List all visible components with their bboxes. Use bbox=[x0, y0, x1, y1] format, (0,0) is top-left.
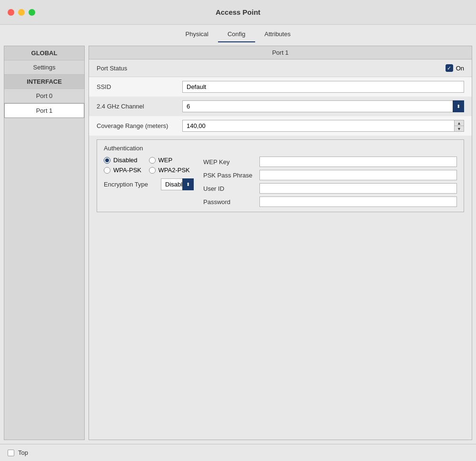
radio-wpa-psk[interactable]: WPA-PSK bbox=[104, 167, 149, 174]
radio-wpa2-psk[interactable]: WPA2-PSK bbox=[149, 167, 194, 174]
channel-label: 2.4 GHz Channel bbox=[97, 103, 182, 110]
password-label: Password bbox=[203, 198, 256, 206]
auth-inner: Disabled WEP WPA-PSK bbox=[104, 157, 457, 207]
channel-select-wrapper: 6 12345 7891011 ⬍ bbox=[182, 100, 464, 112]
minimize-button[interactable] bbox=[18, 9, 25, 16]
sidebar: GLOBAL Settings INTERFACE Port 0 Port 1 bbox=[4, 46, 85, 440]
port-panel: Port 1 Port Status ✓ On SSID 2.4 GHz Cha… bbox=[89, 46, 472, 440]
coverage-spin-down[interactable]: ▼ bbox=[455, 126, 464, 131]
password-input[interactable] bbox=[259, 196, 457, 207]
tab-physical[interactable]: Physical bbox=[176, 28, 218, 42]
right-panel: Port 1 Port Status ✓ On SSID 2.4 GHz Cha… bbox=[89, 46, 472, 440]
radio-wep[interactable]: WEP bbox=[149, 157, 194, 164]
user-id-row: User ID bbox=[203, 183, 457, 194]
radio-wpa2-psk-label: WPA2-PSK bbox=[159, 167, 190, 174]
tab-attributes[interactable]: Attributes bbox=[255, 28, 300, 42]
close-button[interactable] bbox=[8, 9, 14, 16]
authentication-box: Authentication Disabled bbox=[97, 139, 464, 212]
encryption-select[interactable]: Disabled WEP TKIP AES bbox=[161, 178, 194, 190]
psk-pass-label: PSK Pass Phrase bbox=[203, 172, 256, 179]
radio-disabled-dot bbox=[105, 158, 109, 162]
ssid-label: SSID bbox=[97, 83, 182, 90]
radio-wpa-psk-label: WPA-PSK bbox=[113, 167, 141, 174]
coverage-spinbox: ▲ ▼ bbox=[182, 120, 464, 132]
bottom-bar: Top bbox=[0, 444, 476, 461]
port-status-row: Port Status ✓ On bbox=[89, 59, 472, 77]
port-status-label: Port Status bbox=[97, 65, 446, 72]
window-controls bbox=[8, 9, 35, 16]
top-checkbox[interactable] bbox=[8, 450, 14, 456]
encryption-select-wrapper: Disabled WEP TKIP AES ⬍ bbox=[161, 178, 194, 190]
wep-key-row: WEP Key bbox=[203, 157, 457, 167]
port-header: Port 1 bbox=[89, 46, 472, 59]
radio-wpa-psk-circle bbox=[104, 167, 110, 174]
title-bar: Access Point bbox=[0, 0, 476, 25]
tabs-bar: Physical Config Attributes bbox=[0, 25, 476, 42]
user-id-label: User ID bbox=[203, 185, 256, 192]
radio-disabled-label: Disabled bbox=[113, 157, 138, 164]
encryption-label: Encryption Type bbox=[104, 181, 161, 188]
port-status-on-label: On bbox=[456, 65, 464, 72]
sidebar-item-settings[interactable]: Settings bbox=[4, 60, 84, 75]
ssid-row: SSID bbox=[89, 77, 472, 97]
coverage-row: Coverage Range (meters) ▲ ▼ bbox=[89, 116, 472, 136]
radio-disabled[interactable]: Disabled bbox=[104, 157, 149, 164]
port-status-checkbox[interactable]: ✓ On bbox=[446, 64, 464, 72]
auth-title: Authentication bbox=[104, 145, 457, 152]
sidebar-item-global[interactable]: GLOBAL bbox=[4, 46, 84, 60]
coverage-spin-buttons: ▲ ▼ bbox=[454, 120, 464, 131]
coverage-label: Coverage Range (meters) bbox=[97, 122, 182, 129]
maximize-button[interactable] bbox=[29, 9, 35, 16]
top-label: Top bbox=[18, 449, 28, 456]
psk-pass-row: PSK Pass Phrase bbox=[203, 170, 457, 180]
encryption-row: Encryption Type Disabled WEP TKIP AES ⬍ bbox=[104, 178, 194, 190]
tab-config[interactable]: Config bbox=[218, 28, 255, 42]
channel-row: 2.4 GHz Channel 6 12345 7891011 ⬍ bbox=[89, 97, 472, 116]
ssid-input[interactable] bbox=[182, 81, 464, 93]
sidebar-item-port0[interactable]: Port 0 bbox=[4, 89, 84, 103]
user-id-input[interactable] bbox=[259, 183, 457, 194]
channel-select[interactable]: 6 12345 7891011 bbox=[182, 100, 464, 112]
sidebar-item-interface: INTERFACE bbox=[4, 75, 84, 89]
wep-key-input[interactable] bbox=[259, 157, 457, 167]
coverage-input[interactable] bbox=[183, 120, 454, 131]
radio-wep-label: WEP bbox=[159, 157, 173, 164]
wep-key-label: WEP Key bbox=[203, 158, 256, 166]
radio-wep-circle bbox=[149, 157, 156, 164]
sidebar-item-port1[interactable]: Port 1 bbox=[4, 103, 84, 118]
auth-radios: Disabled WEP WPA-PSK bbox=[104, 157, 194, 207]
psk-pass-input[interactable] bbox=[259, 170, 457, 180]
radio-wpa2-psk-circle bbox=[149, 167, 156, 174]
window-title: Access Point bbox=[216, 8, 260, 16]
auth-fields: WEP Key PSK Pass Phrase User ID Pas bbox=[203, 157, 457, 207]
checkbox-checked-icon[interactable]: ✓ bbox=[446, 64, 453, 72]
password-row: Password bbox=[203, 196, 457, 207]
coverage-spin-up[interactable]: ▲ bbox=[455, 120, 464, 126]
main-content: GLOBAL Settings INTERFACE Port 0 Port 1 … bbox=[0, 42, 476, 444]
auth-radio-grid: Disabled WEP WPA-PSK bbox=[104, 157, 194, 174]
radio-disabled-circle bbox=[104, 157, 110, 164]
